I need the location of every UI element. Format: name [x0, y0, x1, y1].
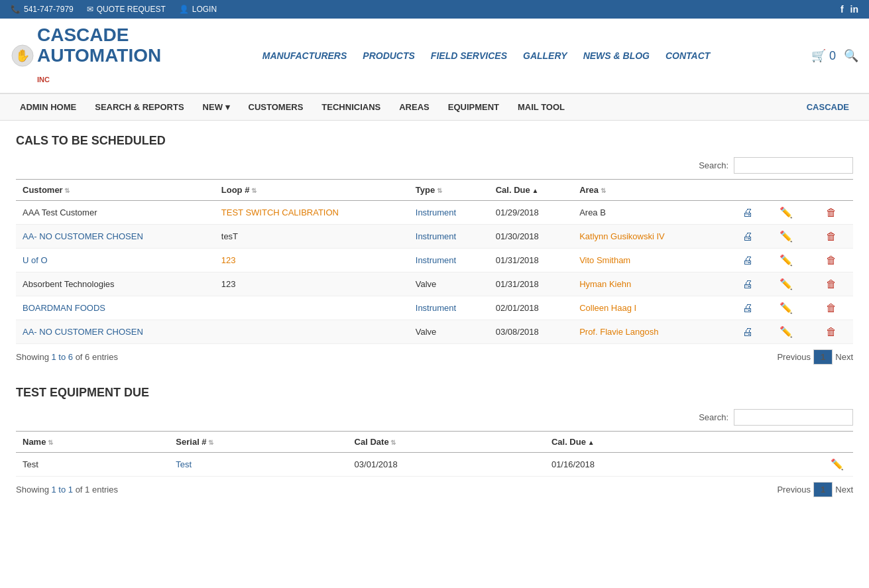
top-bar-right: f in: [840, 4, 858, 15]
cals-customer-link[interactable]: U of O: [23, 255, 48, 265]
cals-loop-link[interactable]: 123: [221, 255, 236, 265]
cals-delete-btn[interactable]: 🗑: [823, 229, 839, 243]
eq-range-link[interactable]: 1 to 1: [51, 485, 73, 495]
cals-page-controls: Previous 1 Next: [777, 349, 853, 365]
col-cal-due[interactable]: Cal. Due: [489, 180, 573, 201]
cals-delete-btn[interactable]: 🗑: [823, 325, 839, 339]
cals-delete-btn[interactable]: 🗑: [823, 253, 839, 267]
cals-delete-btn[interactable]: 🗑: [823, 206, 839, 219]
eq-edit-btn[interactable]: ✏️: [828, 457, 846, 471]
customers-link[interactable]: CUSTOMERS: [239, 94, 313, 120]
cals-customer-link[interactable]: BOARDMAN FOODS: [23, 303, 105, 313]
col-area[interactable]: Area: [573, 180, 719, 201]
cals-loop-cell: 123: [215, 272, 409, 296]
cart-icon[interactable]: 🛒 0: [811, 48, 836, 63]
cascade-link[interactable]: CASCADE: [797, 94, 858, 120]
eq-prev-btn[interactable]: Previous: [777, 485, 811, 495]
technicians-link[interactable]: TECHNICIANS: [312, 94, 390, 120]
cals-edit-btn[interactable]: ✏️: [777, 325, 795, 339]
quote-request-link[interactable]: ✉ QUOTE REQUEST: [87, 5, 166, 14]
mail-tool-link[interactable]: MAIL TOOL: [508, 94, 574, 120]
cals-table-row: AA- NO CUSTOMER CHOSENValve03/08/2018Pro…: [16, 320, 853, 344]
equipment-search-input[interactable]: [734, 409, 853, 426]
eq-col-serial[interactable]: Serial #: [169, 432, 347, 453]
cals-edit-btn[interactable]: ✏️: [777, 229, 795, 243]
cals-area-link[interactable]: Vito Smitham: [579, 255, 630, 265]
cals-type-cell: Valve: [409, 272, 489, 296]
login-link[interactable]: 👤 LOGIN: [179, 5, 217, 14]
col-customer[interactable]: Customer: [16, 180, 215, 201]
cals-print-btn[interactable]: 🖨: [740, 301, 756, 315]
cals-table-header: Customer Loop # Type Cal. Due Area: [16, 180, 853, 201]
col-type[interactable]: Type: [409, 180, 489, 201]
cals-area-cell: Area B: [573, 201, 719, 225]
search-reports-link[interactable]: SEARCH & REPORTS: [86, 94, 193, 120]
col-loop[interactable]: Loop #: [215, 180, 409, 201]
cals-delete-btn[interactable]: 🗑: [823, 301, 839, 315]
new-menu-link[interactable]: NEW ▾: [194, 94, 239, 120]
nav-products[interactable]: PRODUCTS: [363, 50, 415, 61]
eq-serial-link[interactable]: Test: [176, 459, 192, 469]
admin-nav: ADMIN HOME SEARCH & REPORTS NEW ▾ CUSTOM…: [0, 94, 869, 121]
nav-search-icon[interactable]: 🔍: [844, 48, 858, 63]
eq-col-cal-date[interactable]: Cal Date: [348, 432, 545, 453]
cals-print-btn[interactable]: 🖨: [740, 253, 756, 267]
facebook-link[interactable]: f: [840, 4, 844, 15]
cals-print-btn[interactable]: 🖨: [740, 325, 756, 339]
cals-search-input[interactable]: [734, 157, 853, 174]
equipment-section: TEST EQUIPMENT DUE Search: Name Serial #…: [16, 386, 853, 497]
nav-news-blog[interactable]: NEWS & BLOG: [583, 50, 650, 61]
eq-next-btn[interactable]: Next: [835, 485, 853, 495]
main-nav: ✋ CASCADE AUTOMATION INC MANUFACTURERS P…: [0, 19, 869, 94]
svg-text:✋: ✋: [15, 48, 30, 63]
cals-edit-btn[interactable]: ✏️: [777, 206, 795, 219]
cals-delete-btn[interactable]: 🗑: [823, 277, 839, 291]
cals-area-link[interactable]: Hyman Kiehn: [579, 279, 631, 289]
equipment-title: TEST EQUIPMENT DUE: [16, 386, 853, 400]
cals-area-cell: Katlynn Gusikowski IV: [573, 225, 719, 249]
cals-page-1-btn[interactable]: 1: [813, 349, 833, 365]
cals-table-row: AAA Test CustomerTEST SWITCH CALIBRATION…: [16, 201, 853, 225]
nav-gallery[interactable]: GALLERY: [523, 50, 567, 61]
cals-next-btn[interactable]: Next: [835, 352, 853, 362]
cals-type-link[interactable]: Instrument: [416, 255, 456, 265]
equipment-pagination: Showing 1 to 1 of 1 entries Previous 1 N…: [16, 482, 853, 497]
cals-type-cell: Instrument: [409, 296, 489, 320]
cals-type-link[interactable]: Instrument: [416, 231, 456, 241]
cals-edit-btn[interactable]: ✏️: [777, 301, 795, 315]
cals-type-link[interactable]: Instrument: [416, 303, 456, 313]
eq-col-cal-due[interactable]: Cal. Due: [545, 432, 742, 453]
equipment-link[interactable]: EQUIPMENT: [439, 94, 508, 120]
cals-prev-btn[interactable]: Previous: [777, 352, 811, 362]
linkedin-link[interactable]: in: [850, 4, 858, 15]
cals-edit-btn[interactable]: ✏️: [777, 277, 795, 291]
eq-col-name[interactable]: Name: [16, 432, 169, 453]
cals-customer-link[interactable]: AA- NO CUSTOMER CHOSEN: [23, 327, 143, 337]
cals-loop-cell: tesT: [215, 225, 409, 249]
areas-link[interactable]: AREAS: [390, 94, 439, 120]
phone-link[interactable]: 📞 541-747-7979: [11, 5, 74, 14]
col-actions1: [719, 180, 762, 201]
cals-print-btn[interactable]: 🖨: [740, 206, 756, 219]
nav-manufacturers[interactable]: MANUFACTURERS: [262, 50, 347, 61]
cals-edit-btn[interactable]: ✏️: [777, 253, 795, 267]
cals-loop-link[interactable]: TEST SWITCH CALIBRATION: [221, 207, 339, 217]
cals-customer-link[interactable]: AA- NO CUSTOMER CHOSEN: [23, 231, 143, 241]
nav-field-services[interactable]: FIELD SERVICES: [431, 50, 507, 61]
cals-customer-cell: U of O: [16, 249, 215, 272]
cals-print-btn[interactable]: 🖨: [740, 277, 756, 291]
cals-loop-cell: [215, 296, 409, 320]
cals-area-link[interactable]: Colleen Haag I: [579, 303, 636, 313]
cals-print-btn[interactable]: 🖨: [740, 229, 756, 243]
logo-icon: ✋: [11, 44, 34, 68]
cals-area-link[interactable]: Prof. Flavie Langosh: [579, 327, 658, 337]
cals-area-link[interactable]: Katlynn Gusikowski IV: [579, 231, 665, 241]
nav-contact[interactable]: CONTACT: [666, 50, 710, 61]
cals-range-link[interactable]: 1 to 6: [51, 352, 73, 362]
cals-customer-cell: Absorbent Technologies: [16, 272, 215, 296]
cals-type-link[interactable]: Instrument: [416, 207, 456, 217]
cals-table-row: U of O123Instrument01/31/2018Vito Smitha…: [16, 249, 853, 272]
eq-page-1-btn[interactable]: 1: [813, 482, 833, 497]
admin-home-link[interactable]: ADMIN HOME: [11, 94, 86, 120]
cals-customer-cell: AA- NO CUSTOMER CHOSEN: [16, 225, 215, 249]
